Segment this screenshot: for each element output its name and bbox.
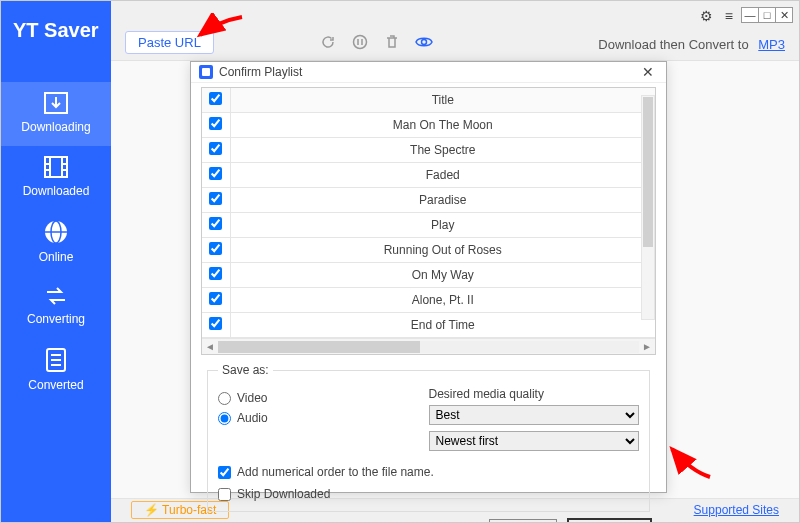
close-button[interactable]: ✕ — [775, 7, 793, 23]
row-checkbox-cell — [202, 113, 230, 138]
close-icon[interactable]: ✕ — [638, 62, 658, 82]
row-checkbox[interactable] — [209, 192, 222, 205]
sidebar-item-label: Downloaded — [23, 184, 90, 198]
supported-sites-link[interactable]: Supported Sites — [694, 503, 779, 517]
video-label: Video — [237, 391, 267, 405]
sidebar-item-label: Converting — [27, 312, 85, 326]
app-icon — [199, 65, 213, 79]
save-as-fieldset: Save as: Video Audio Desired media quali… — [207, 363, 650, 512]
title-header: Title — [230, 88, 655, 113]
audio-radio-row: Audio — [218, 411, 429, 425]
row-checkbox[interactable] — [209, 167, 222, 180]
sidebar-item-label: Online — [39, 250, 74, 264]
vertical-scrollbar[interactable] — [641, 95, 655, 320]
scroll-thumb[interactable] — [218, 341, 420, 353]
cancel-button[interactable]: Cancel — [489, 519, 556, 523]
download-button[interactable]: Download — [567, 518, 652, 523]
menu-icon[interactable]: ≡ — [725, 8, 733, 24]
scroll-track[interactable] — [218, 341, 639, 353]
row-checkbox[interactable] — [209, 242, 222, 255]
row-checkbox-cell — [202, 163, 230, 188]
numerical-checkbox[interactable] — [218, 466, 231, 479]
refresh-icon[interactable] — [319, 33, 337, 51]
scroll-right-icon[interactable]: ► — [639, 341, 655, 352]
row-checkbox[interactable] — [209, 267, 222, 280]
download-convert-text: Download then Convert to — [598, 37, 748, 52]
table-row: On My Way — [202, 263, 655, 288]
table-row: The Spectre — [202, 138, 655, 163]
svg-point-15 — [354, 36, 367, 49]
download-convert-label: Download then Convert to MP3 — [598, 37, 785, 52]
maximize-button[interactable]: □ — [758, 7, 776, 23]
quality-label: Desired media quality — [429, 387, 640, 401]
convert-icon — [43, 286, 69, 306]
table-row: Alone, Pt. II — [202, 288, 655, 313]
minimize-button[interactable]: — — [741, 7, 759, 23]
table-row: Faded — [202, 163, 655, 188]
table-row: Man On The Moon — [202, 113, 655, 138]
settings-icon[interactable]: ⚙ — [700, 8, 713, 24]
row-checkbox[interactable] — [209, 117, 222, 130]
sidebar-item-label: Downloading — [21, 120, 90, 134]
horizontal-scrollbar[interactable]: ◄ ► — [202, 338, 655, 354]
sidebar-item-downloaded[interactable]: Downloaded — [1, 146, 111, 210]
row-checkbox-cell — [202, 188, 230, 213]
row-checkbox[interactable] — [209, 292, 222, 305]
svg-rect-3 — [62, 157, 67, 177]
row-checkbox-cell — [202, 288, 230, 313]
row-title: Paradise — [230, 188, 655, 213]
numerical-row: Add numerical order to the file name. — [218, 465, 639, 479]
order-select[interactable]: Newest first — [429, 431, 639, 451]
film-icon — [43, 156, 69, 178]
topbar: Paste URL ⚙ ≡ — □ ✕ Download then Conver… — [111, 1, 799, 61]
row-title: Play — [230, 213, 655, 238]
row-title: Man On The Moon — [230, 113, 655, 138]
select-all-checkbox[interactable] — [209, 92, 222, 105]
row-checkbox[interactable] — [209, 142, 222, 155]
paste-url-button[interactable]: Paste URL — [125, 31, 214, 54]
row-checkbox[interactable] — [209, 317, 222, 330]
table-row: End of Time — [202, 313, 655, 338]
audio-radio[interactable] — [218, 412, 231, 425]
scroll-left-icon[interactable]: ◄ — [202, 341, 218, 352]
dialog-footer: Cancel Download — [191, 518, 666, 523]
skip-checkbox[interactable] — [218, 488, 231, 501]
window-controls: — □ ✕ — [742, 7, 793, 23]
toolbar-icons — [319, 33, 433, 51]
sidebar: YT Saver Downloading Downloaded Online C… — [1, 1, 111, 522]
sidebar-item-online[interactable]: Online — [1, 210, 111, 276]
sidebar-item-converting[interactable]: Converting — [1, 276, 111, 338]
nav: Downloading Downloaded Online Converting… — [1, 82, 111, 404]
audio-label: Audio — [237, 411, 268, 425]
app-logo: YT Saver — [1, 1, 111, 42]
svg-point-18 — [422, 40, 427, 45]
trash-icon[interactable] — [383, 33, 401, 51]
playlist-table: Title Man On The MoonThe SpectreFadedPar… — [202, 88, 655, 338]
row-title: Alone, Pt. II — [230, 288, 655, 313]
dialog-title: Confirm Playlist — [219, 65, 638, 79]
save-as-legend: Save as: — [218, 363, 273, 377]
sidebar-item-label: Converted — [28, 378, 83, 392]
row-title: The Spectre — [230, 138, 655, 163]
playlist-table-wrap: Title Man On The MoonThe SpectreFadedPar… — [201, 87, 656, 355]
sidebar-item-converted[interactable]: Converted — [1, 338, 111, 404]
vscroll-thumb[interactable] — [643, 97, 653, 247]
quality-select[interactable]: Best — [429, 405, 639, 425]
table-row: Play — [202, 213, 655, 238]
table-header-row: Title — [202, 88, 655, 113]
table-row: Running Out of Roses — [202, 238, 655, 263]
row-checkbox[interactable] — [209, 217, 222, 230]
row-title: End of Time — [230, 313, 655, 338]
download-icon — [43, 92, 69, 114]
sidebar-item-downloading[interactable]: Downloading — [1, 82, 111, 146]
svg-rect-2 — [45, 157, 50, 177]
format-link[interactable]: MP3 — [758, 37, 785, 52]
eye-icon[interactable] — [415, 33, 433, 51]
pause-icon[interactable] — [351, 33, 369, 51]
skip-label: Skip Downloaded — [237, 487, 330, 501]
select-all-cell — [202, 88, 230, 113]
svg-rect-1 — [45, 157, 67, 177]
table-row: Paradise — [202, 188, 655, 213]
row-checkbox-cell — [202, 138, 230, 163]
video-radio[interactable] — [218, 392, 231, 405]
